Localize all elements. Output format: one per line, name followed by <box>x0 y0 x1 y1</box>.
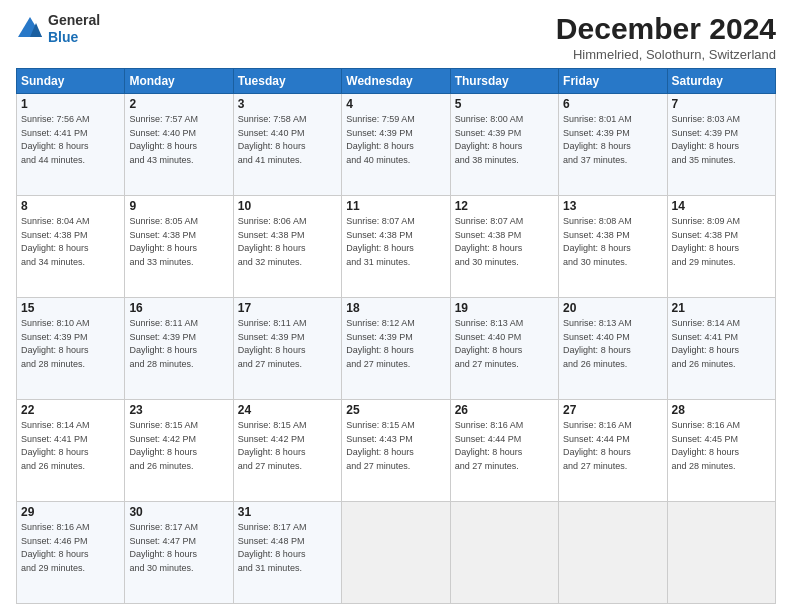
weekday-header-saturday: Saturday <box>667 69 775 94</box>
empty-cell <box>559 502 667 604</box>
empty-cell <box>450 502 558 604</box>
day-number: 28 <box>672 403 771 417</box>
day-number: 9 <box>129 199 228 213</box>
day-cell-25: 25Sunrise: 8:15 AMSunset: 4:43 PMDayligh… <box>342 400 450 502</box>
weekday-header-thursday: Thursday <box>450 69 558 94</box>
day-info: Sunrise: 8:01 AMSunset: 4:39 PMDaylight:… <box>563 113 662 167</box>
day-info: Sunrise: 7:56 AMSunset: 4:41 PMDaylight:… <box>21 113 120 167</box>
day-info: Sunrise: 8:16 AMSunset: 4:44 PMDaylight:… <box>563 419 662 473</box>
day-cell-27: 27Sunrise: 8:16 AMSunset: 4:44 PMDayligh… <box>559 400 667 502</box>
title-block: December 2024 Himmelried, Solothurn, Swi… <box>556 12 776 62</box>
day-number: 1 <box>21 97 120 111</box>
day-info: Sunrise: 8:16 AMSunset: 4:44 PMDaylight:… <box>455 419 554 473</box>
day-cell-14: 14Sunrise: 8:09 AMSunset: 4:38 PMDayligh… <box>667 196 775 298</box>
day-cell-13: 13Sunrise: 8:08 AMSunset: 4:38 PMDayligh… <box>559 196 667 298</box>
day-number: 27 <box>563 403 662 417</box>
day-info: Sunrise: 8:13 AMSunset: 4:40 PMDaylight:… <box>563 317 662 371</box>
empty-cell <box>667 502 775 604</box>
day-info: Sunrise: 8:12 AMSunset: 4:39 PMDaylight:… <box>346 317 445 371</box>
day-number: 13 <box>563 199 662 213</box>
day-number: 30 <box>129 505 228 519</box>
day-info: Sunrise: 8:14 AMSunset: 4:41 PMDaylight:… <box>672 317 771 371</box>
day-number: 25 <box>346 403 445 417</box>
logo-icon <box>16 15 44 43</box>
day-number: 10 <box>238 199 337 213</box>
day-number: 12 <box>455 199 554 213</box>
day-number: 29 <box>21 505 120 519</box>
day-cell-1: 1Sunrise: 7:56 AMSunset: 4:41 PMDaylight… <box>17 94 125 196</box>
day-cell-5: 5Sunrise: 8:00 AMSunset: 4:39 PMDaylight… <box>450 94 558 196</box>
week-row-3: 15Sunrise: 8:10 AMSunset: 4:39 PMDayligh… <box>17 298 776 400</box>
day-cell-4: 4Sunrise: 7:59 AMSunset: 4:39 PMDaylight… <box>342 94 450 196</box>
day-cell-18: 18Sunrise: 8:12 AMSunset: 4:39 PMDayligh… <box>342 298 450 400</box>
weekday-header-monday: Monday <box>125 69 233 94</box>
day-number: 6 <box>563 97 662 111</box>
day-info: Sunrise: 8:03 AMSunset: 4:39 PMDaylight:… <box>672 113 771 167</box>
day-number: 2 <box>129 97 228 111</box>
day-number: 21 <box>672 301 771 315</box>
month-title: December 2024 <box>556 12 776 45</box>
day-info: Sunrise: 8:16 AMSunset: 4:46 PMDaylight:… <box>21 521 120 575</box>
day-cell-9: 9Sunrise: 8:05 AMSunset: 4:38 PMDaylight… <box>125 196 233 298</box>
day-info: Sunrise: 8:00 AMSunset: 4:39 PMDaylight:… <box>455 113 554 167</box>
day-cell-2: 2Sunrise: 7:57 AMSunset: 4:40 PMDaylight… <box>125 94 233 196</box>
day-cell-30: 30Sunrise: 8:17 AMSunset: 4:47 PMDayligh… <box>125 502 233 604</box>
day-cell-11: 11Sunrise: 8:07 AMSunset: 4:38 PMDayligh… <box>342 196 450 298</box>
day-number: 20 <box>563 301 662 315</box>
logo-general: General <box>48 12 100 29</box>
day-info: Sunrise: 8:14 AMSunset: 4:41 PMDaylight:… <box>21 419 120 473</box>
week-row-1: 1Sunrise: 7:56 AMSunset: 4:41 PMDaylight… <box>17 94 776 196</box>
weekday-header-sunday: Sunday <box>17 69 125 94</box>
day-number: 19 <box>455 301 554 315</box>
day-info: Sunrise: 8:08 AMSunset: 4:38 PMDaylight:… <box>563 215 662 269</box>
day-info: Sunrise: 8:07 AMSunset: 4:38 PMDaylight:… <box>455 215 554 269</box>
day-info: Sunrise: 8:16 AMSunset: 4:45 PMDaylight:… <box>672 419 771 473</box>
day-number: 16 <box>129 301 228 315</box>
day-cell-17: 17Sunrise: 8:11 AMSunset: 4:39 PMDayligh… <box>233 298 341 400</box>
day-info: Sunrise: 8:06 AMSunset: 4:38 PMDaylight:… <box>238 215 337 269</box>
day-cell-19: 19Sunrise: 8:13 AMSunset: 4:40 PMDayligh… <box>450 298 558 400</box>
page: General Blue December 2024 Himmelried, S… <box>0 0 792 612</box>
week-row-5: 29Sunrise: 8:16 AMSunset: 4:46 PMDayligh… <box>17 502 776 604</box>
day-number: 4 <box>346 97 445 111</box>
day-info: Sunrise: 8:11 AMSunset: 4:39 PMDaylight:… <box>238 317 337 371</box>
day-number: 7 <box>672 97 771 111</box>
day-info: Sunrise: 7:59 AMSunset: 4:39 PMDaylight:… <box>346 113 445 167</box>
day-number: 3 <box>238 97 337 111</box>
day-info: Sunrise: 8:11 AMSunset: 4:39 PMDaylight:… <box>129 317 228 371</box>
day-info: Sunrise: 8:17 AMSunset: 4:47 PMDaylight:… <box>129 521 228 575</box>
day-cell-20: 20Sunrise: 8:13 AMSunset: 4:40 PMDayligh… <box>559 298 667 400</box>
day-info: Sunrise: 8:07 AMSunset: 4:38 PMDaylight:… <box>346 215 445 269</box>
calendar-table: SundayMondayTuesdayWednesdayThursdayFrid… <box>16 68 776 604</box>
weekday-header-friday: Friday <box>559 69 667 94</box>
week-row-2: 8Sunrise: 8:04 AMSunset: 4:38 PMDaylight… <box>17 196 776 298</box>
day-info: Sunrise: 8:15 AMSunset: 4:43 PMDaylight:… <box>346 419 445 473</box>
day-cell-7: 7Sunrise: 8:03 AMSunset: 4:39 PMDaylight… <box>667 94 775 196</box>
day-cell-24: 24Sunrise: 8:15 AMSunset: 4:42 PMDayligh… <box>233 400 341 502</box>
day-number: 24 <box>238 403 337 417</box>
empty-cell <box>342 502 450 604</box>
day-number: 22 <box>21 403 120 417</box>
day-info: Sunrise: 8:09 AMSunset: 4:38 PMDaylight:… <box>672 215 771 269</box>
weekday-header-tuesday: Tuesday <box>233 69 341 94</box>
day-number: 15 <box>21 301 120 315</box>
day-cell-28: 28Sunrise: 8:16 AMSunset: 4:45 PMDayligh… <box>667 400 775 502</box>
day-number: 11 <box>346 199 445 213</box>
day-number: 14 <box>672 199 771 213</box>
day-cell-29: 29Sunrise: 8:16 AMSunset: 4:46 PMDayligh… <box>17 502 125 604</box>
day-number: 5 <box>455 97 554 111</box>
day-info: Sunrise: 8:15 AMSunset: 4:42 PMDaylight:… <box>129 419 228 473</box>
day-info: Sunrise: 7:58 AMSunset: 4:40 PMDaylight:… <box>238 113 337 167</box>
day-cell-31: 31Sunrise: 8:17 AMSunset: 4:48 PMDayligh… <box>233 502 341 604</box>
day-cell-26: 26Sunrise: 8:16 AMSunset: 4:44 PMDayligh… <box>450 400 558 502</box>
weekday-header-row: SundayMondayTuesdayWednesdayThursdayFrid… <box>17 69 776 94</box>
day-number: 26 <box>455 403 554 417</box>
day-number: 17 <box>238 301 337 315</box>
day-number: 31 <box>238 505 337 519</box>
day-cell-22: 22Sunrise: 8:14 AMSunset: 4:41 PMDayligh… <box>17 400 125 502</box>
day-info: Sunrise: 8:05 AMSunset: 4:38 PMDaylight:… <box>129 215 228 269</box>
day-info: Sunrise: 8:10 AMSunset: 4:39 PMDaylight:… <box>21 317 120 371</box>
day-info: Sunrise: 7:57 AMSunset: 4:40 PMDaylight:… <box>129 113 228 167</box>
day-cell-10: 10Sunrise: 8:06 AMSunset: 4:38 PMDayligh… <box>233 196 341 298</box>
day-number: 8 <box>21 199 120 213</box>
